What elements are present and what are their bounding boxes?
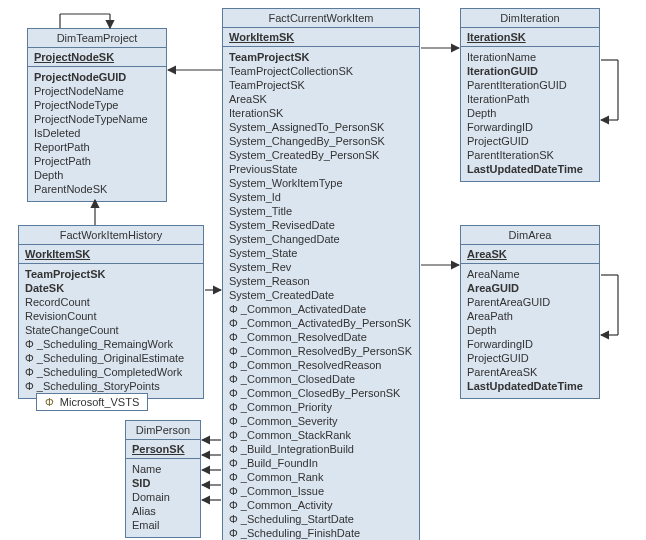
field-text: ParentIterationGUID (467, 79, 567, 91)
field-text: Depth (467, 324, 496, 336)
entity-field: Name (132, 462, 194, 476)
field-text: ParentAreaGUID (467, 296, 550, 308)
field-text: ProjectNodeName (34, 85, 124, 97)
field-text: _Build_IntegrationBuild (241, 443, 354, 455)
entity-dim-team-project: DimTeamProjectProjectNodeSKProjectNodeGU… (27, 28, 167, 202)
entity-title: FactCurrentWorkItem (223, 9, 419, 28)
field-text: IterationGUID (467, 65, 538, 77)
entity-field: Φ _Common_Issue (229, 484, 413, 498)
entity-field: Φ _Common_ClosedDate (229, 372, 413, 386)
entity-fields: AreaNameAreaGUIDParentAreaGUIDAreaPathDe… (461, 264, 599, 398)
field-text: ProjectNodeTypeName (34, 113, 148, 125)
entity-field: LastUpdatedDateTime (467, 379, 593, 393)
entity-field: Email (132, 518, 194, 532)
entity-field: System_Reason (229, 274, 413, 288)
entity-field: AreaPath (467, 309, 593, 323)
entity-field: ProjectNodeName (34, 84, 160, 98)
entity-field: Φ _Build_IntegrationBuild (229, 442, 413, 456)
field-text: AreaPath (467, 310, 513, 322)
field-text: Name (132, 463, 161, 475)
entity-field: Φ _Common_ResolvedReason (229, 358, 413, 372)
entity-field: IterationPath (467, 92, 593, 106)
field-text: ParentNodeSK (34, 183, 107, 195)
entity-primary-key: WorkItemSK (223, 28, 419, 47)
entity-fact-work-item-history: FactWorkItemHistoryWorkItemSKTeamProject… (18, 225, 204, 399)
entity-field: ParentAreaSK (467, 365, 593, 379)
field-text: ParentIterationSK (467, 149, 554, 161)
entity-field: TeamProjectSK (229, 78, 413, 92)
entity-title: DimIteration (461, 9, 599, 28)
entity-field: Φ _Common_ResolvedBy_PersonSK (229, 344, 413, 358)
entity-fact-current-work-item: FactCurrentWorkItemWorkItemSKTeamProject… (222, 8, 420, 540)
entity-field: Φ _Scheduling_OriginalEstimate (25, 351, 197, 365)
entity-title: DimPerson (126, 421, 200, 440)
entity-field: Φ _Common_Priority (229, 400, 413, 414)
field-text: ReportPath (34, 141, 90, 153)
entity-field: System_State (229, 246, 413, 260)
entity-field: DateSK (25, 281, 197, 295)
field-text: _Build_FoundIn (241, 457, 318, 469)
phi-icon: Φ (25, 366, 37, 378)
phi-icon: Φ (229, 443, 241, 455)
field-text: AreaGUID (467, 282, 519, 294)
phi-icon: Φ (229, 415, 241, 427)
field-text: System_Title (229, 205, 292, 217)
entity-field: System_RevisedDate (229, 218, 413, 232)
entity-dim-area: DimAreaAreaSKAreaNameAreaGUIDParentAreaG… (460, 225, 600, 399)
phi-icon: Φ (229, 303, 241, 315)
field-text: ForwardingID (467, 338, 533, 350)
field-text: TeamProjectCollectionSK (229, 65, 353, 77)
phi-icon: Φ (229, 499, 241, 511)
entity-field: ProjectGUID (467, 351, 593, 365)
field-text: IterationSK (229, 107, 283, 119)
field-text: System_ChangedDate (229, 233, 340, 245)
field-text: _Common_StackRank (241, 429, 351, 441)
entity-field: Φ _Build_FoundIn (229, 456, 413, 470)
field-text: LastUpdatedDateTime (467, 163, 583, 175)
field-text: _Scheduling_FinishDate (241, 527, 360, 539)
entity-dim-person: DimPersonPersonSKNameSIDDomainAliasEmail (125, 420, 201, 538)
entity-field: IsDeleted (34, 126, 160, 140)
entity-primary-key: ProjectNodeSK (28, 48, 166, 67)
entity-field: AreaSK (229, 92, 413, 106)
entity-field: Φ _Common_ActivatedBy_PersonSK (229, 316, 413, 330)
entity-field: Φ _Scheduling_CompletedWork (25, 365, 197, 379)
field-text: RecordCount (25, 296, 90, 308)
entity-field: ProjectNodeGUID (34, 70, 160, 84)
field-text: System_Id (229, 191, 281, 203)
field-text: Alias (132, 505, 156, 517)
field-text: TeamProjectSK (229, 79, 305, 91)
entity-field: Φ _Common_ActivatedDate (229, 302, 413, 316)
phi-icon: Φ (229, 345, 241, 357)
field-text: System_RevisedDate (229, 219, 335, 231)
legend-microsoft-vsts: Φ Microsoft_VSTS (36, 393, 148, 411)
field-text: SID (132, 477, 150, 489)
phi-icon: Φ (229, 457, 241, 469)
entity-field: ParentNodeSK (34, 182, 160, 196)
field-text: System_CreatedDate (229, 289, 334, 301)
field-text: _Scheduling_CompletedWork (37, 366, 182, 378)
entity-field: ProjectNodeTypeName (34, 112, 160, 126)
entity-fields: ProjectNodeGUIDProjectNodeNameProjectNod… (28, 67, 166, 201)
entity-field: Φ _Common_Rank (229, 470, 413, 484)
entity-field: Φ _Scheduling_FinishDate (229, 526, 413, 540)
entity-field: Depth (34, 168, 160, 182)
field-text: System_AssignedTo_PersonSK (229, 121, 384, 133)
field-text: ProjectGUID (467, 135, 529, 147)
field-text: _Scheduling_StartDate (241, 513, 354, 525)
entity-primary-key: IterationSK (461, 28, 599, 47)
field-text: _Common_ActivatedDate (241, 303, 366, 315)
entity-field: Φ _Common_StackRank (229, 428, 413, 442)
phi-icon: Φ (229, 387, 241, 399)
field-text: DateSK (25, 282, 64, 294)
entity-field: StateChangeCount (25, 323, 197, 337)
entity-title: DimTeamProject (28, 29, 166, 48)
entity-field: ProjectGUID (467, 134, 593, 148)
entity-field: ParentAreaGUID (467, 295, 593, 309)
field-text: IterationPath (467, 93, 529, 105)
field-text: AreaSK (229, 93, 267, 105)
entity-field: Φ _Scheduling_RemaingWork (25, 337, 197, 351)
field-text: _Common_Rank (241, 471, 324, 483)
entity-field: ProjectPath (34, 154, 160, 168)
field-text: StateChangeCount (25, 324, 119, 336)
